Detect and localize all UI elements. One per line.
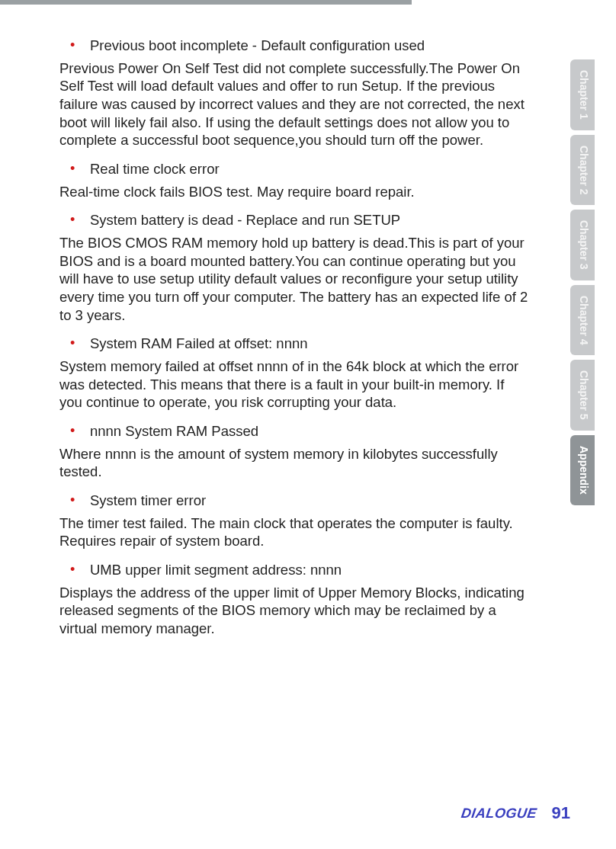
tab-chapter-3[interactable]: Chapter 3 <box>570 210 595 280</box>
bullet-label: UMB upper limit segment address: nnnn <box>90 561 531 579</box>
bullet-icon: • <box>59 160 90 177</box>
bullet-label: System battery is dead - Replace and run… <box>90 211 531 229</box>
tab-chapter-1[interactable]: Chapter 1 <box>570 59 595 130</box>
chapter-tabs: Chapter 1 Chapter 2 Chapter 3 Chapter 4 … <box>570 59 595 505</box>
bullet-label: System RAM Failed at offset: nnnn <box>90 335 531 353</box>
page-footer: DIALOGUE 91 <box>461 803 571 823</box>
paragraph: Real-time clock fails BIOS test. May req… <box>59 183 531 201</box>
list-item: • Previous boot incomplete - Default con… <box>59 37 531 55</box>
paragraph: The timer test failed. The main clock th… <box>59 514 531 550</box>
bullet-icon: • <box>59 335 90 351</box>
bullet-icon: • <box>59 492 90 508</box>
bullet-icon: • <box>59 561 90 578</box>
bullet-label: Real time clock error <box>90 160 531 178</box>
tab-chapter-5[interactable]: Chapter 5 <box>570 360 595 431</box>
bullet-label: System timer error <box>90 492 531 510</box>
bullet-label: nnnn System RAM Passed <box>90 422 531 441</box>
tab-chapter-4[interactable]: Chapter 4 <box>570 285 595 356</box>
paragraph: The BIOS CMOS RAM memory hold up battery… <box>59 234 531 324</box>
bullet-label: Previous boot incomplete - Default confi… <box>90 37 531 55</box>
page-number: 91 <box>552 803 570 823</box>
list-item: • Real time clock error <box>59 160 531 178</box>
bullet-icon: • <box>59 37 90 53</box>
list-item: • System RAM Failed at offset: nnnn <box>59 335 531 353</box>
paragraph: Previous Power On Self Test did not comp… <box>59 59 531 149</box>
paragraph: System memory failed at offset nnnn of i… <box>59 357 531 412</box>
list-item: • System battery is dead - Replace and r… <box>59 211 531 229</box>
tab-chapter-2[interactable]: Chapter 2 <box>570 135 595 206</box>
tab-appendix[interactable]: Appendix <box>570 435 595 505</box>
paragraph: Where nnnn is the amount of system memor… <box>59 445 531 481</box>
brand-logo: DIALOGUE <box>460 806 537 822</box>
bullet-icon: • <box>59 211 90 228</box>
list-item: • nnnn System RAM Passed <box>59 422 531 441</box>
paragraph: Displays the address of the upper limit … <box>59 584 531 638</box>
bullet-icon: • <box>59 422 90 439</box>
list-item: • System timer error <box>59 492 531 510</box>
top-accent-bar <box>0 0 412 5</box>
list-item: • UMB upper limit segment address: nnnn <box>59 561 531 579</box>
page-body: • Previous boot incomplete - Default con… <box>59 37 531 649</box>
